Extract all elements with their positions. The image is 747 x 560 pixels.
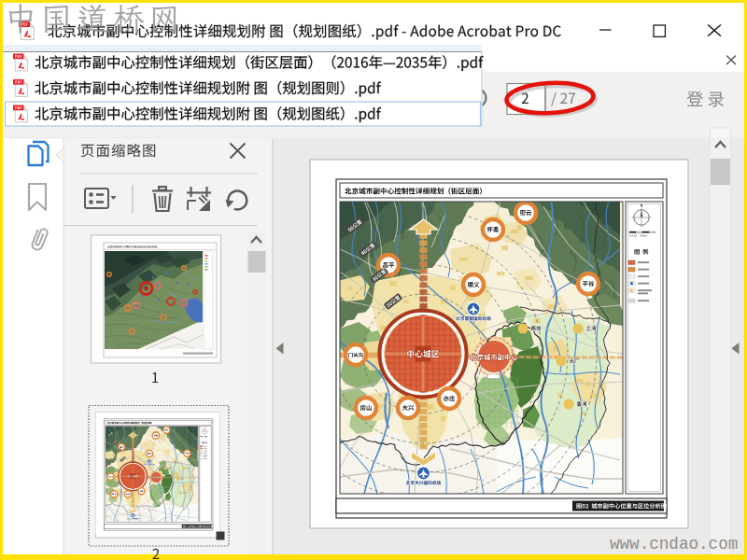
svg-text:www.cndao.com: www.cndao.com bbox=[610, 535, 738, 553]
